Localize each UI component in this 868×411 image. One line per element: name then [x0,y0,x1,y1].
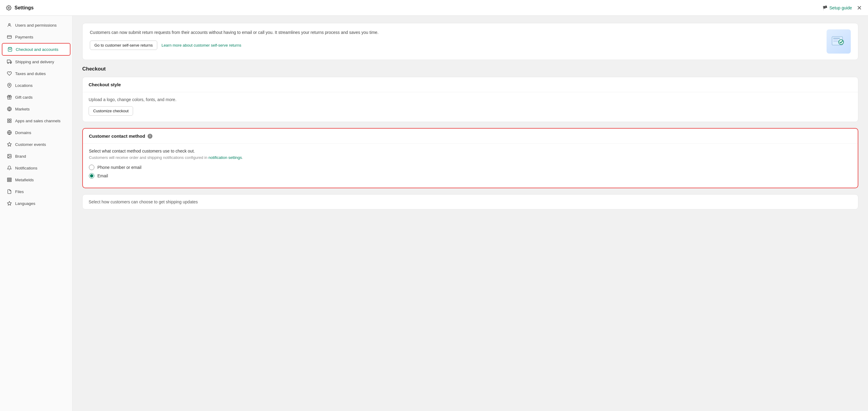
sidebar-item-metafields[interactable]: Metafields [2,174,70,185]
sidebar-label: Shipping and delivery [15,60,54,64]
svg-marker-25 [7,201,11,205]
info-icon[interactable]: i [148,134,152,139]
returns-card-content: Customers can now submit return requests… [90,29,822,50]
svg-point-6 [7,63,8,64]
sidebar-item-brand[interactable]: Brand [2,150,70,162]
svg-rect-24 [7,181,11,182]
svg-rect-14 [10,119,11,120]
radio-email-label: Email [97,173,108,178]
domains-icon [7,130,12,135]
svg-rect-29 [833,41,839,42]
sidebar-item-locations[interactable]: Locations [2,80,70,91]
main-content: Customers can now submit return requests… [72,16,868,411]
checkout-style-heading: Checkout style [83,77,858,92]
sidebar-item-taxes[interactable]: Taxes and duties [2,68,70,79]
flag-icon: 🏴 [822,5,828,10]
sidebar-label: Notifications [15,166,37,170]
svg-point-31 [839,40,843,45]
radio-email-input[interactable] [89,173,94,179]
shipping-icon [7,59,12,64]
close-button[interactable]: ✕ [857,5,862,11]
radio-email[interactable]: Email [89,173,852,179]
contact-method-body: Select what contact method customers use… [83,144,858,188]
sidebar-label: Locations [15,83,33,88]
svg-rect-13 [7,119,9,120]
sidebar-label: Checkout and accounts [16,47,58,52]
footer-card-text: Select how customers can choose to get s… [89,200,852,204]
sidebar-item-shipping[interactable]: Shipping and delivery [2,56,70,67]
self-serve-returns-button[interactable]: Go to customer self-serve returns [90,40,157,50]
sidebar-item-customer-events[interactable]: Customer events [2,139,70,150]
svg-rect-15 [7,121,9,123]
sidebar-label: Markets [15,107,30,111]
sidebar-item-users[interactable]: Users and permissions [2,19,70,31]
sidebar-label: Payments [15,35,33,39]
notifications-icon [7,165,12,171]
users-icon [7,22,12,28]
locations-icon [7,83,12,88]
sidebar-label: Customer events [15,142,46,147]
taxes-icon [7,71,12,76]
contact-note-suffix: . [242,155,243,160]
sidebar-item-payments[interactable]: Payments [2,31,70,43]
sidebar-item-languages[interactable]: Languages [2,198,70,209]
sidebar-item-files[interactable]: Files [2,186,70,197]
svg-point-7 [10,63,11,64]
contact-method-title: Customer contact method [89,134,145,139]
brand-icon [7,153,12,159]
page-title: Settings [14,5,34,10]
app-layout: Users and permissions Payments Checkout … [0,16,868,411]
giftcards-icon [7,94,12,100]
contact-method-note: Customers will receive order and shippin… [89,155,852,160]
sidebar-label: Users and permissions [15,23,57,28]
sidebar-label: Taxes and duties [15,71,46,76]
sidebar-item-markets[interactable]: Markets [2,103,70,115]
svg-point-1 [8,24,10,25]
radio-phone-email-label: Phone number or email [97,165,142,170]
sidebar-label: Languages [15,201,35,206]
footer-card: Select how customers can choose to get s… [82,194,858,209]
header-left: Settings [6,5,34,10]
svg-rect-22 [7,178,11,179]
svg-rect-16 [10,121,11,123]
svg-point-0 [8,7,10,8]
checkout-style-card: Checkout style Upload a logo, change col… [82,77,858,122]
sidebar-label: Brand [15,154,26,158]
sidebar-label: Apps and sales channels [15,119,61,123]
section-title: Checkout [82,66,858,72]
sidebar-item-notifications[interactable]: Notifications [2,162,70,174]
notification-settings-link[interactable]: notification settings [208,155,242,160]
customer-events-icon [7,142,12,147]
svg-rect-27 [833,38,840,39]
header-right: 🏴 Setup guide ✕ [822,5,862,11]
radio-phone-email[interactable]: Phone number or email [89,165,852,170]
svg-point-21 [8,155,9,156]
sidebar-label: Files [15,189,24,194]
learn-more-returns-link[interactable]: Learn more about customer self-serve ret… [161,43,241,48]
metafields-icon [7,177,12,182]
checkout-style-body: Upload a logo, change colors, fonts, and… [83,92,858,122]
gear-icon [6,5,11,10]
sidebar-label: Gift cards [15,95,33,99]
sidebar-item-apps[interactable]: Apps and sales channels [2,115,70,126]
customize-checkout-button[interactable]: Customize checkout [89,106,133,116]
payments-icon [7,34,12,40]
apps-icon [7,118,12,123]
contact-note-prefix: Customers will receive order and shippin… [89,155,208,160]
svg-point-8 [9,84,10,86]
svg-rect-28 [833,40,838,40]
radio-phone-email-input[interactable] [89,165,94,170]
contact-method-header: Customer contact method i [83,128,858,144]
returns-card-inner: Customers can now submit return requests… [83,23,858,60]
returns-card-text: Customers can now submit return requests… [90,29,822,36]
svg-marker-19 [7,142,11,146]
svg-rect-5 [7,60,10,63]
sidebar-item-checkout[interactable]: Checkout and accounts [2,43,70,56]
svg-rect-23 [7,179,11,180]
sidebar-item-domains[interactable]: Domains [2,127,70,138]
sidebar-item-giftcards[interactable]: Gift cards [2,91,70,103]
checkout-style-description: Upload a logo, change colors, fonts, and… [89,97,852,102]
close-icon: ✕ [857,4,862,11]
setup-guide-button[interactable]: 🏴 Setup guide [822,5,852,10]
sidebar-label: Metafields [15,178,34,182]
